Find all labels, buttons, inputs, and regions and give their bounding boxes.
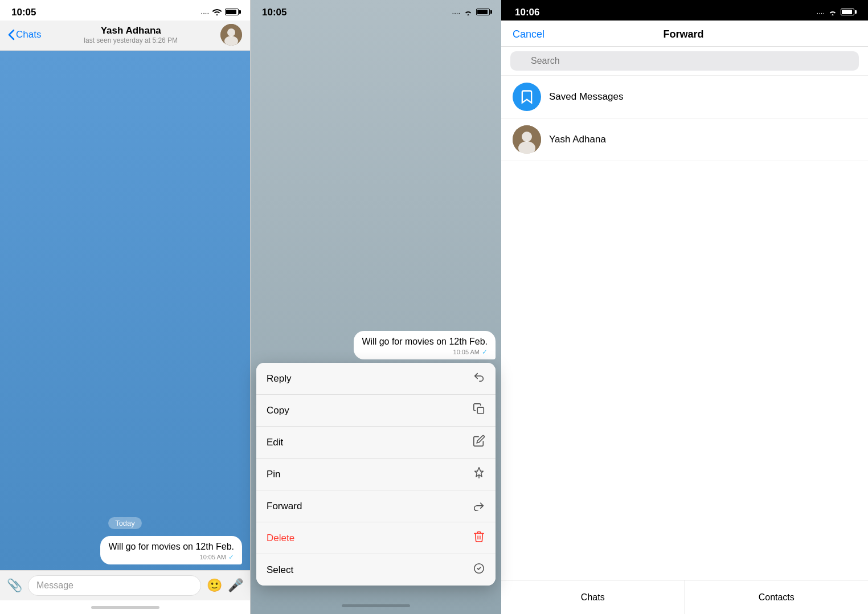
signal-icon-3: ···· — [817, 9, 825, 17]
home-indicator-bar-2 — [251, 597, 501, 614]
context-delete[interactable]: Delete — [256, 522, 496, 554]
context-reply[interactable]: Reply — [256, 363, 496, 395]
tab-chats-3[interactable]: Chats — [501, 580, 685, 614]
svg-point-9 — [522, 132, 532, 142]
status-bar-1: 10:05 ···· — [0, 0, 250, 21]
search-container-3 — [510, 51, 859, 71]
context-delete-label: Delete — [267, 533, 294, 544]
battery-icon-1 — [225, 9, 239, 17]
search-input-3[interactable] — [510, 51, 859, 71]
edit-icon — [473, 435, 485, 450]
signal-icon-1: ···· — [201, 9, 209, 17]
search-bar-3 — [501, 47, 868, 76]
panel-chat: 10:05 ···· Chats Yash Adhana l — [0, 0, 251, 614]
yash-adhana-label: Yash Adhana — [549, 134, 606, 145]
wifi-icon-3 — [828, 9, 837, 17]
list-item-saved[interactable]: Saved Messages — [501, 76, 868, 118]
today-badge-1: Today — [108, 517, 142, 529]
context-reply-label: Reply — [267, 373, 291, 384]
home-indicator-bar-1 — [0, 600, 250, 614]
battery-icon-2 — [476, 9, 490, 17]
status-icons-3: ···· — [817, 9, 854, 17]
message-check-1: ✓ — [228, 553, 234, 561]
status-bar-2: 10:05 ···· — [251, 0, 501, 21]
sticker-icon-1[interactable]: 🙂 — [207, 578, 222, 593]
context-edit-label: Edit — [267, 437, 283, 448]
status-bar-3: 10:06 ···· — [501, 0, 868, 21]
panel-context-menu: 10:05 ···· Will go for movies on 12th Fe… — [251, 0, 501, 614]
home-indicator-2 — [342, 604, 410, 607]
attach-icon-1[interactable]: 📎 — [7, 578, 22, 593]
forward-list: Saved Messages Yash Adhana — [501, 76, 868, 580]
context-copy[interactable]: Copy — [256, 395, 496, 427]
context-pin-label: Pin — [267, 469, 281, 480]
input-bar-1: 📎 Message 🙂 🎤 — [0, 570, 250, 600]
contact-avatar-1[interactable] — [220, 24, 242, 46]
message-text-1: Will go for movies on 12th Feb. — [108, 542, 234, 552]
message-placeholder-1: Message — [36, 580, 73, 590]
message-text-2: Will go for movies on 12th Feb. — [362, 337, 488, 347]
mic-icon-1[interactable]: 🎤 — [228, 578, 243, 593]
select-icon — [473, 562, 485, 578]
status-time-1: 10:05 — [11, 7, 36, 18]
context-copy-label: Copy — [267, 405, 289, 416]
panel-forward: 10:06 ···· Cancel Forward — [501, 0, 868, 614]
yash-avatar — [513, 125, 541, 154]
middle-content: Will go for movies on 12th Feb. 10:05 AM… — [251, 21, 501, 597]
tab-chats-label-3: Chats — [581, 592, 605, 603]
nav-center-1: Yash Adhana last seen yesterday at 5:26 … — [84, 25, 178, 44]
message-bubble-1: Will go for movies on 12th Feb. 10:05 AM… — [100, 536, 242, 564]
message-time-1: 10:05 AM — [200, 554, 226, 560]
status-time-3: 10:06 — [515, 7, 539, 18]
back-label-1: Chats — [16, 29, 41, 40]
context-select[interactable]: Select — [256, 554, 496, 586]
message-check-2: ✓ — [482, 348, 488, 356]
svg-rect-3 — [477, 407, 484, 414]
context-select-label: Select — [267, 564, 293, 576]
back-button-1[interactable]: Chats — [8, 29, 41, 40]
forward-title: Forward — [664, 28, 704, 40]
list-item-yash[interactable]: Yash Adhana — [501, 118, 868, 161]
last-seen-1: last seen yesterday at 5:26 PM — [84, 36, 178, 44]
chat-area-1: Today Will go for movies on 12th Feb. 10… — [0, 51, 250, 570]
home-indicator-1 — [91, 606, 159, 609]
context-forward-label: Forward — [267, 501, 302, 512]
message-meta-1: 10:05 AM ✓ — [108, 553, 234, 561]
svg-point-1 — [227, 28, 235, 36]
copy-icon — [473, 403, 485, 418]
forward-icon — [473, 498, 485, 514]
tab-contacts-label-3: Contacts — [759, 592, 795, 603]
nav-bar-3: Cancel Forward — [501, 21, 868, 47]
reply-icon — [473, 371, 485, 386]
context-pin[interactable]: Pin — [256, 459, 496, 490]
context-edit[interactable]: Edit — [256, 427, 496, 459]
bottom-tabs-3: Chats Contacts — [501, 580, 868, 614]
tab-contacts-3[interactable]: Contacts — [685, 580, 869, 614]
signal-icon-2: ···· — [452, 9, 460, 17]
message-meta-2: 10:05 AM ✓ — [362, 348, 488, 356]
battery-icon-3 — [841, 9, 854, 17]
context-menu: Reply Copy Edit — [256, 363, 496, 586]
wifi-icon-1 — [212, 9, 222, 17]
nav-bar-1: Chats Yash Adhana last seen yesterday at… — [0, 21, 250, 51]
message-input-1[interactable]: Message — [28, 575, 201, 596]
saved-messages-label: Saved Messages — [549, 91, 623, 103]
cancel-button-3[interactable]: Cancel — [513, 28, 544, 40]
context-forward[interactable]: Forward — [256, 490, 496, 522]
message-time-2: 10:05 AM — [453, 349, 480, 355]
status-time-2: 10:05 — [262, 7, 286, 18]
contact-name-1: Yash Adhana — [84, 25, 178, 36]
message-bubble-2: Will go for movies on 12th Feb. 10:05 AM… — [354, 331, 496, 359]
delete-icon — [473, 530, 485, 546]
status-icons-2: ···· — [452, 9, 490, 17]
status-icons-1: ···· — [201, 9, 239, 17]
saved-messages-avatar — [513, 83, 541, 111]
wifi-icon-2 — [464, 9, 473, 17]
pin-icon — [473, 466, 485, 482]
